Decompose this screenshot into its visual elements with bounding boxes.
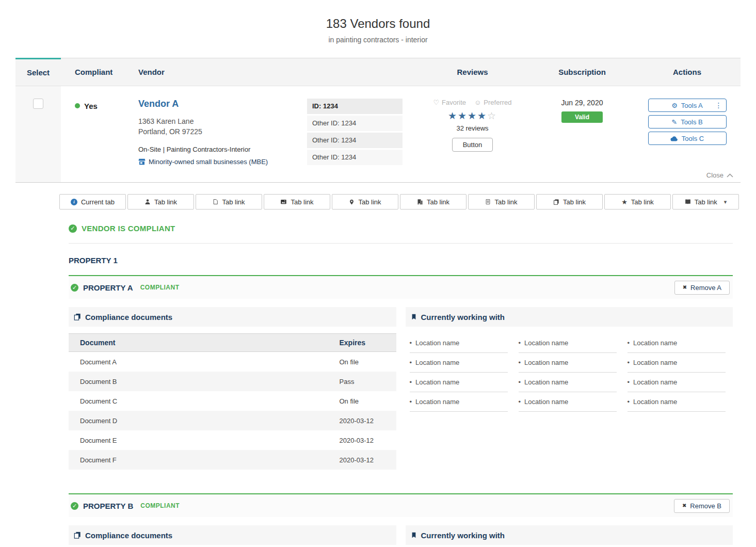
page-subtitle: in painting contractors - interior <box>0 36 756 44</box>
page-title: 183 Vendors found <box>0 17 756 31</box>
tools-b-label: Tools B <box>681 118 703 126</box>
tab-link-9[interactable]: Tab link ▾ <box>672 194 739 210</box>
favorite-preferred-row: ♡Favorite ☺Preferred <box>414 99 530 106</box>
document-row: Document E2020-03-12 <box>69 430 396 450</box>
compliance-docs-header: Compliance documents <box>69 525 396 545</box>
tools-a-button[interactable]: ⚙ Tools A ⋮ <box>648 99 727 112</box>
location-item: •Location name <box>410 353 508 373</box>
tools-a-label: Tools A <box>681 102 703 109</box>
location-name: Location name <box>633 378 677 386</box>
favorite-label: Favorite <box>442 99 466 106</box>
vendor-address-line1: 1363 Karen Lane <box>138 116 303 126</box>
favorite-toggle[interactable]: ♡Favorite <box>433 99 466 106</box>
location-item: •Location name <box>628 353 726 373</box>
vendor-ids: ID: 1234 Other ID: 1234 Other ID: 1234 O… <box>303 86 403 182</box>
compliance-docs-title: Compliance documents <box>85 313 172 321</box>
tab-label: Tab link <box>427 198 449 206</box>
document-col-header: Document <box>80 339 340 347</box>
tab-current[interactable]: i Current tab <box>59 194 126 210</box>
vendor-table-header: Select Compliant Vendor Reviews Subscrip… <box>15 58 741 86</box>
chevron-up-icon <box>727 173 733 178</box>
location-name: Location name <box>524 378 568 386</box>
vendor-id-row: ID: 1234 <box>307 99 403 114</box>
property-a-title: PROPERTY A <box>83 283 133 292</box>
document-expires: 2020-03-12 <box>340 456 396 464</box>
compliance-docs-header: Compliance documents <box>69 307 396 327</box>
pencil-icon: ✎ <box>671 119 677 125</box>
compliant-dot-icon <box>75 103 80 108</box>
bullet-icon: • <box>519 378 521 386</box>
tab-link-4[interactable]: Tab link <box>332 194 398 210</box>
location-item: •Location name <box>628 333 726 353</box>
vendor-id-row: Other ID: 1234 <box>307 150 403 165</box>
tab-link-5[interactable]: Tab link <box>400 194 467 210</box>
file-text-icon <box>485 199 491 205</box>
x-icon: ✖ <box>682 503 686 508</box>
select-cell <box>15 86 61 182</box>
bullet-icon: • <box>410 339 412 347</box>
vendor-address: 1363 Karen Lane Portland, OR 97225 <box>138 116 303 137</box>
tab-link-8[interactable]: ★ Tab link <box>604 194 671 210</box>
document-expires: 2020-03-12 <box>340 417 396 425</box>
working-with-header: Currently working with <box>406 525 733 545</box>
bullet-icon: • <box>410 378 412 386</box>
subscription-date: Jun 29, 2020 <box>530 99 634 107</box>
close-row-link[interactable]: Close <box>706 171 733 179</box>
tools-c-button[interactable]: Tools C <box>648 132 727 145</box>
subscription-status-badge: Valid <box>561 111 603 123</box>
document-row: Document BPass <box>69 372 396 391</box>
working-with-column: Currently working with •Location name •L… <box>406 307 733 470</box>
property-a-status: COMPLIANT <box>140 284 180 291</box>
location-item: •Location name <box>519 373 617 392</box>
remove-a-button[interactable]: ✖ Remove A <box>674 281 730 295</box>
tab-link-2[interactable]: Tab link <box>196 194 262 210</box>
tab-link-3[interactable]: Tab link <box>264 194 330 210</box>
select-checkbox[interactable] <box>33 99 43 109</box>
subscription-cell: Jun 29, 2020 Valid <box>530 86 634 182</box>
documents-table-header: Document Expires <box>69 333 396 352</box>
compliance-panel: ✓ VENDOR IS COMPLIANT PROPERTY 1 ✓ PROPE… <box>59 224 733 547</box>
tools-c-label: Tools C <box>682 135 704 142</box>
vendor-id-row: Other ID: 1234 <box>307 116 403 131</box>
document-name: Document A <box>80 358 340 366</box>
pages-icon <box>553 199 559 205</box>
building-icon <box>417 199 423 205</box>
store-icon <box>138 158 146 165</box>
remove-a-label: Remove A <box>690 284 721 292</box>
tab-link-1[interactable]: Tab link <box>127 194 194 210</box>
vendor-name-link[interactable]: Vendor A <box>138 99 303 109</box>
location-name: Location name <box>415 339 459 347</box>
document-name: Document B <box>80 378 340 385</box>
working-with-column: Currently working with •Location name <box>406 525 733 547</box>
tab-link-7[interactable]: Tab link <box>536 194 603 210</box>
book-icon <box>685 199 691 205</box>
vendor-category: On-Site | Painting Contractors-Interior <box>138 146 303 153</box>
reviews-cell: ♡Favorite ☺Preferred ★★★★☆ 32 reviews Bu… <box>414 86 530 182</box>
tab-link-6[interactable]: Tab link <box>468 194 535 210</box>
vendor-address-line2: Portland, OR 97225 <box>138 126 303 137</box>
review-button[interactable]: Button <box>452 138 493 152</box>
heart-icon: ♡ <box>433 99 439 106</box>
kebab-menu-icon[interactable]: ⋮ <box>715 101 722 109</box>
tools-b-button[interactable]: ✎ Tools B <box>648 115 727 128</box>
chevron-down-icon[interactable]: ▾ <box>724 199 727 205</box>
tab-label: Tab link <box>494 198 517 206</box>
property-b-status: COMPLIANT <box>140 502 180 509</box>
detail-tabbar: i Current tab Tab link Tab link Tab link… <box>59 194 739 210</box>
document-expires: 2020-03-12 <box>340 437 396 444</box>
location-name: Location name <box>415 359 459 366</box>
document-row: Document D2020-03-12 <box>69 411 396 430</box>
vendor-mbe-badge: Minority-owned small businesses (MBE) <box>138 158 303 166</box>
locations-grid: •Location name •Location name •Location … <box>406 333 733 412</box>
actions-cell: ⚙ Tools A ⋮ ✎ Tools B Tools C <box>634 86 741 182</box>
location-item: •Location name <box>410 333 508 353</box>
file-icon <box>213 199 218 205</box>
compliance-docs-column: Compliance documents Document Expires Do… <box>69 307 396 470</box>
results-header: 183 Vendors found in painting contractor… <box>0 0 756 44</box>
location-name: Location name <box>415 378 459 386</box>
remove-b-button[interactable]: ✖ Remove B <box>674 499 730 513</box>
bullet-icon: • <box>519 359 521 366</box>
location-item: •Location name <box>519 333 617 353</box>
property-b-section: ✓ PROPERTY B COMPLIANT ✖ Remove B Compli… <box>69 493 733 547</box>
preferred-toggle[interactable]: ☺Preferred <box>474 99 511 106</box>
